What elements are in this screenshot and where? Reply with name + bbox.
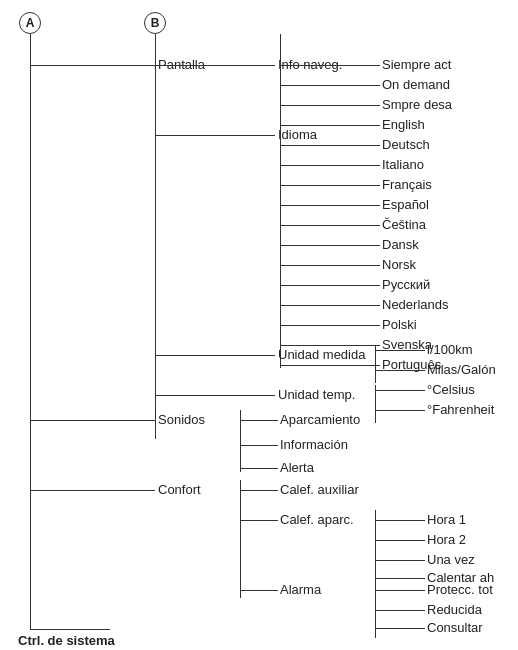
protecctot-label: Protecc. tot <box>427 582 493 597</box>
siempreact-hline <box>280 65 380 66</box>
alarma-vline <box>375 580 376 638</box>
diagram: A B Pantalla Info naveg. Siempre act On … <box>0 0 518 650</box>
milasgalon-label: Milas/Galón <box>427 362 496 377</box>
milasgalon-hline <box>375 370 425 371</box>
nederlands-label: Nederlands <box>382 297 449 312</box>
confort-label: Confort <box>158 482 201 497</box>
alarma-label: Alarma <box>280 582 321 597</box>
confort-hline <box>30 490 155 491</box>
reducida-hline <box>375 610 425 611</box>
reducida-label: Reducida <box>427 602 482 617</box>
sonidos-hline <box>30 420 155 421</box>
italiano-label: Italiano <box>382 157 424 172</box>
informacion-hline <box>240 445 278 446</box>
english-hline <box>280 125 380 126</box>
francais-hline <box>280 185 380 186</box>
unavez-hline <box>375 560 425 561</box>
espanol-label: Español <box>382 197 429 212</box>
col-b-main-vline <box>155 34 156 439</box>
aparcamiento-label: Aparcamiento <box>280 412 360 427</box>
ctrlsistema-hline <box>30 629 110 630</box>
hora2-hline <box>375 540 425 541</box>
idioma-vline <box>280 120 281 368</box>
alarma-hline <box>240 590 278 591</box>
calefauxiliar-hline <box>240 490 278 491</box>
l100km-hline <box>375 350 425 351</box>
alerta-hline <box>240 468 278 469</box>
italiano-hline <box>280 165 380 166</box>
fahrenheit-hline <box>375 410 425 411</box>
russian-label: Русский <box>382 277 430 292</box>
l100km-label: l/100km <box>427 342 473 357</box>
idioma-label: Idioma <box>278 127 317 142</box>
unidadtemp-hline <box>155 395 275 396</box>
nederlands-hline <box>280 305 380 306</box>
ondemand-label: On demand <box>382 77 450 92</box>
sonidos-label: Sonidos <box>158 412 205 427</box>
consultar-label: Consultar <box>427 620 483 635</box>
polski-hline <box>280 325 380 326</box>
dansk-hline <box>280 245 380 246</box>
calefauxiliar-label: Calef. auxiliar <box>280 482 359 497</box>
norsk-label: Norsk <box>382 257 416 272</box>
aparcamiento-hline <box>240 420 278 421</box>
circle-b: B <box>144 12 166 34</box>
svenska-hline <box>280 345 380 346</box>
ctrlsistema-label: Ctrl. de sistema <box>18 633 115 648</box>
unavez-label: Una vez <box>427 552 475 567</box>
unidadmedida-hline <box>155 355 275 356</box>
polski-label: Polski <box>382 317 417 332</box>
protecctot-hline <box>375 590 425 591</box>
unidadtemp-label: Unidad temp. <box>278 387 355 402</box>
celsius-hline <box>375 390 425 391</box>
fahrenheit-label: °Fahrenheit <box>427 402 494 417</box>
hora1-hline <box>375 520 425 521</box>
confort-vline <box>240 480 241 598</box>
smpredes-hline <box>280 105 380 106</box>
english-label: English <box>382 117 425 132</box>
circle-a: A <box>19 12 41 34</box>
smpredes-label: Smpre desa <box>382 97 452 112</box>
celsius-label: °Celsius <box>427 382 475 397</box>
cestina-hline <box>280 225 380 226</box>
col-a-vline <box>30 34 31 629</box>
ondemand-hline <box>280 85 380 86</box>
consultar-hline <box>375 628 425 629</box>
calefaparc-hline <box>240 520 278 521</box>
dansk-label: Dansk <box>382 237 419 252</box>
pantalla-hline <box>30 65 155 66</box>
informacion-label: Información <box>280 437 348 452</box>
portugues-hline <box>280 365 380 366</box>
cestina-label: Čeština <box>382 217 426 232</box>
francais-label: Français <box>382 177 432 192</box>
russian-hline <box>280 285 380 286</box>
norsk-hline <box>280 265 380 266</box>
espanol-hline <box>280 205 380 206</box>
deutsch-hline <box>280 145 380 146</box>
infonaveg-hline <box>155 65 275 66</box>
deutsch-label: Deutsch <box>382 137 430 152</box>
calentarah-hline <box>375 578 425 579</box>
calefaparc-vline <box>375 510 376 588</box>
siempreact-label: Siempre act <box>382 57 451 72</box>
calefaparc-label: Calef. aparc. <box>280 512 354 527</box>
hora1-label: Hora 1 <box>427 512 466 527</box>
idioma-hline <box>155 135 275 136</box>
alerta-label: Alerta <box>280 460 314 475</box>
hora2-label: Hora 2 <box>427 532 466 547</box>
unidadmedida-label: Unidad medida <box>278 347 365 362</box>
